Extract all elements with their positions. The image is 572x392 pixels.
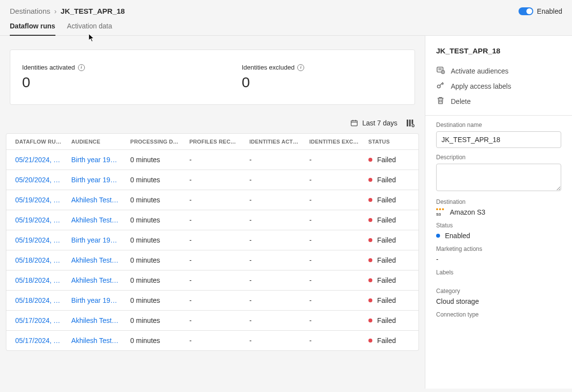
identities-activated: -: [244, 230, 304, 250]
trash-icon: [436, 96, 445, 106]
status-dot-icon: [368, 158, 372, 162]
table-row[interactable]: 05/18/2024, 9…Akhilesh Test…0 minutes---…: [6, 250, 418, 270]
table-row[interactable]: 05/20/2024, 1…Birth year 19…0 minutes---…: [6, 170, 418, 190]
profiles-received: -: [184, 230, 244, 250]
audience-link[interactable]: Akhilesh Test…: [66, 311, 125, 331]
col-profiles-received[interactable]: PROFILES RECEI…: [184, 134, 244, 150]
dataflow-run-start-link[interactable]: 05/20/2024, 1…: [6, 170, 66, 190]
calendar-icon: [350, 119, 358, 127]
identities-activated: -: [244, 270, 304, 291]
audience-link[interactable]: Akhilesh Test…: [66, 250, 125, 270]
identities-excluded: -: [305, 230, 364, 250]
dataflow-run-start-link[interactable]: 05/18/2024, 1…: [6, 291, 66, 311]
identities-excluded: -: [305, 311, 364, 331]
col-status[interactable]: STATUS: [364, 134, 418, 150]
identities-activated: -: [244, 331, 304, 351]
identities-excluded: -: [305, 150, 364, 170]
profiles-received: -: [184, 311, 244, 331]
col-dataflow-run-start[interactable]: DATAFLOW RUN…: [6, 134, 66, 150]
breadcrumb-parent[interactable]: Destinations: [10, 7, 51, 15]
labels-label: Labels: [436, 269, 561, 276]
info-icon[interactable]: i: [297, 64, 304, 71]
apply-access-labels-button[interactable]: Apply access labels: [436, 81, 561, 91]
table-row[interactable]: 05/19/2024, 8…Akhilesh Test…0 minutes---…: [6, 210, 418, 230]
audience-link[interactable]: Akhilesh Test…: [66, 190, 125, 210]
dataflow-run-start-link[interactable]: 05/19/2024, 1…: [6, 230, 66, 250]
description-label: Description: [436, 154, 561, 161]
processing-duration: 0 minutes: [126, 210, 184, 230]
processing-duration: 0 minutes: [126, 150, 184, 170]
col-identities-activated[interactable]: IDENTITIES ACTI…: [244, 134, 304, 150]
audience-link[interactable]: Akhilesh Test…: [66, 210, 125, 230]
dataflow-run-start-link[interactable]: 05/18/2024, 9…: [6, 250, 66, 270]
processing-duration: 0 minutes: [126, 230, 184, 250]
status-cell: Failed: [364, 311, 418, 331]
col-identities-excluded[interactable]: IDENTITIES EXC…: [305, 134, 364, 150]
dataflow-run-start-link[interactable]: 05/18/2024, 8…: [6, 270, 66, 291]
enabled-toggle-label: Enabled: [537, 7, 562, 15]
info-icon[interactable]: i: [78, 64, 85, 71]
profiles-received: -: [184, 210, 244, 230]
delete-button[interactable]: Delete: [436, 96, 561, 106]
audience-link[interactable]: Birth year 19…: [66, 170, 125, 190]
identities-activated: -: [244, 190, 304, 210]
status-dot-icon: [368, 238, 372, 242]
date-range-filter[interactable]: Last 7 days: [350, 119, 397, 127]
profiles-received: -: [184, 250, 244, 270]
audience-link[interactable]: Akhilesh Test…: [66, 331, 125, 351]
dataflow-run-start-link[interactable]: 05/17/2024, 9…: [6, 311, 66, 331]
svg-rect-12: [412, 120, 413, 124]
amazon-s3-icon: [436, 208, 446, 216]
category-label: Category: [436, 288, 561, 294]
status-dot-icon: [368, 258, 372, 262]
identities-excluded: -: [305, 291, 364, 311]
column-settings-icon[interactable]: [406, 119, 415, 127]
audience-link[interactable]: Akhilesh Test…: [66, 270, 125, 291]
status-dot-icon: [368, 298, 372, 302]
dataflow-run-start-link[interactable]: 05/21/2024, 1…: [6, 150, 66, 170]
table-row[interactable]: 05/17/2024, 9…Akhilesh Test…0 minutes---…: [6, 311, 418, 331]
audience-link[interactable]: Birth year 19…: [66, 150, 125, 170]
tab-dataflow-runs[interactable]: Dataflow runs: [10, 22, 55, 36]
destination-name-input[interactable]: [436, 131, 561, 148]
enabled-toggle[interactable]: [519, 7, 533, 15]
identities-excluded: -: [305, 250, 364, 270]
svg-rect-0: [351, 121, 357, 126]
processing-duration: 0 minutes: [126, 311, 184, 331]
audience-link[interactable]: Birth year 19…: [66, 291, 125, 311]
identities-excluded: -: [305, 190, 364, 210]
dataflow-run-start-link[interactable]: 05/17/2024, 8…: [6, 331, 66, 351]
key-icon: [436, 81, 445, 91]
col-audience[interactable]: AUDIENCE: [66, 134, 125, 150]
status-dot-icon: [368, 278, 372, 282]
audience-link[interactable]: Birth year 19…: [66, 230, 125, 250]
status-cell: Failed: [364, 250, 418, 270]
tab-activation-data[interactable]: Activation data: [67, 22, 112, 35]
table-row[interactable]: 05/17/2024, 8…Akhilesh Test…0 minutes---…: [6, 331, 418, 351]
table-row[interactable]: 05/19/2024, 9…Akhilesh Test…0 minutes---…: [6, 190, 418, 210]
table-row[interactable]: 05/18/2024, 8…Akhilesh Test…0 minutes---…: [6, 270, 418, 291]
identities-activated: -: [244, 250, 304, 270]
identities-excluded: -: [305, 331, 364, 351]
table-row[interactable]: 05/19/2024, 1…Birth year 19…0 minutes---…: [6, 230, 418, 250]
svg-point-20: [438, 85, 441, 88]
chevron-right-icon: ›: [54, 7, 57, 15]
status-dot-icon: [368, 318, 372, 322]
table-row[interactable]: 05/21/2024, 1…Birth year 19…0 minutes---…: [6, 150, 418, 170]
identities-excluded-value: 0: [242, 74, 305, 91]
dataflow-run-start-link[interactable]: 05/19/2024, 8…: [6, 210, 66, 230]
tabs: Dataflow runs Activation data: [0, 15, 572, 36]
identities-activated: -: [244, 291, 304, 311]
activate-audiences-button[interactable]: Activate audiences: [436, 66, 561, 76]
col-processing-duration[interactable]: PROCESSING D…: [126, 134, 184, 150]
destination-value: Amazon S3: [450, 208, 485, 216]
delete-label: Delete: [451, 98, 470, 105]
table-row[interactable]: 05/18/2024, 1…Birth year 19…0 minutes---…: [6, 291, 418, 311]
svg-point-13: [412, 124, 414, 126]
profiles-received: -: [184, 150, 244, 170]
description-textarea[interactable]: [436, 164, 561, 191]
identities-activated: -: [244, 311, 304, 331]
destination-name-label: Destination name: [436, 122, 561, 128]
status-value: Enabled: [445, 232, 470, 240]
dataflow-run-start-link[interactable]: 05/19/2024, 9…: [6, 190, 66, 210]
